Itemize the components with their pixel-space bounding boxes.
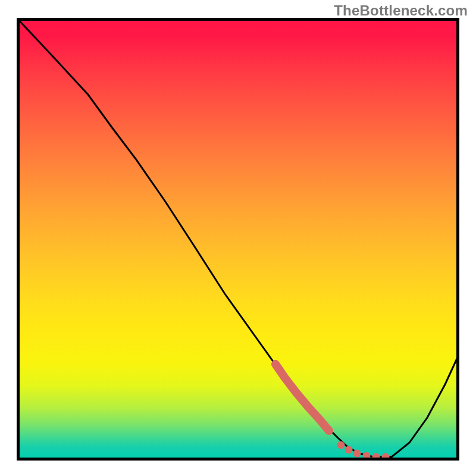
highlight-segment xyxy=(275,364,329,431)
highlight-dot xyxy=(382,453,390,461)
highlight-dots xyxy=(337,441,390,461)
chart-frame xyxy=(17,18,459,461)
highlight-dot xyxy=(353,450,361,458)
chart-highlight-layer xyxy=(17,18,459,461)
watermark-text: TheBottleneck.com xyxy=(334,2,468,19)
highlight-dot xyxy=(372,453,380,461)
highlight-dot xyxy=(337,441,345,449)
chart-stage: TheBottleneck.com xyxy=(0,0,476,476)
highlight-dot xyxy=(363,452,371,460)
highlight-dot xyxy=(345,446,353,454)
